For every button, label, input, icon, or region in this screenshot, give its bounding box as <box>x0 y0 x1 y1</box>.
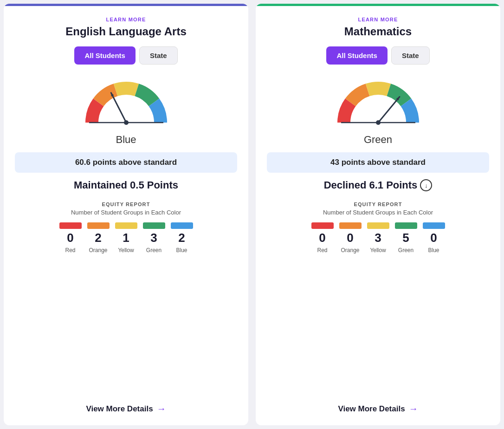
change-label: Declined 6.1 Points↓ <box>324 179 433 191</box>
equity-groups: 0Red0Orange3Yellow5Green0Blue <box>267 222 489 254</box>
gauge-label: Blue <box>116 134 136 146</box>
equity-item-green: 5Green <box>395 222 417 254</box>
equity-count-red: 0 <box>67 231 73 245</box>
equity-item-yellow: 1Yellow <box>115 222 137 254</box>
equity-count-yellow: 1 <box>123 231 129 245</box>
points-banner: 60.6 points above standard <box>15 152 237 173</box>
equity-item-red: 0Red <box>311 222 334 254</box>
svg-point-2 <box>124 120 129 125</box>
equity-item-green: 3Green <box>143 222 165 254</box>
svg-point-6 <box>376 120 381 125</box>
equity-color-name-green: Green <box>398 247 414 254</box>
color-bar-orange <box>87 222 110 229</box>
color-bar-green <box>143 222 165 229</box>
color-bar-yellow <box>367 222 389 229</box>
button-group: All StudentsState <box>326 46 429 65</box>
equity-title: EQUITY REPORT <box>267 202 489 207</box>
svg-line-5 <box>378 97 400 123</box>
equity-color-name-blue: Blue <box>176 247 187 254</box>
gauge <box>332 74 425 127</box>
svg-line-1 <box>111 93 126 123</box>
equity-item-blue: 2Blue <box>171 222 193 254</box>
card-math: LEARN MOREMathematicsAll StudentsState G… <box>256 4 500 425</box>
decline-icon: ↓ <box>420 179 432 191</box>
equity-color-name-orange: Orange <box>89 247 107 254</box>
cards-container: LEARN MOREEnglish Language ArtsAll Stude… <box>0 0 504 429</box>
btn-state[interactable]: State <box>391 46 430 65</box>
equity-section: EQUITY REPORTNumber of Student Groups in… <box>15 202 237 254</box>
points-banner: 43 points above standard <box>267 152 489 173</box>
equity-count-green: 3 <box>150 231 157 245</box>
view-more-link[interactable]: View More Details → <box>338 399 418 414</box>
learn-more-link[interactable]: LEARN MORE <box>106 17 146 22</box>
equity-count-green: 5 <box>402 231 409 245</box>
equity-section: EQUITY REPORTNumber of Student Groups in… <box>267 202 489 254</box>
equity-item-yellow: 3Yellow <box>367 222 389 254</box>
equity-item-blue: 0Blue <box>423 222 445 254</box>
equity-subtitle: Number of Student Groups in Each Color <box>267 209 489 216</box>
learn-more-link[interactable]: LEARN MORE <box>358 17 398 22</box>
card-top-bar <box>4 4 248 6</box>
color-bar-yellow <box>115 222 137 229</box>
card-title: English Language Arts <box>65 25 186 38</box>
card-title: Mathematics <box>344 25 412 38</box>
equity-color-name-red: Red <box>317 247 327 254</box>
change-label: Maintained 0.5 Points <box>74 179 178 191</box>
equity-count-orange: 0 <box>347 231 353 245</box>
equity-item-orange: 2Orange <box>87 222 110 254</box>
equity-color-name-yellow: Yellow <box>118 247 134 254</box>
arrow-icon: → <box>409 403 418 414</box>
color-bar-green <box>395 222 417 229</box>
gauge-label: Green <box>364 134 392 146</box>
equity-subtitle: Number of Student Groups in Each Color <box>15 209 237 216</box>
arrow-icon: → <box>157 403 166 414</box>
equity-color-name-orange: Orange <box>341 247 359 254</box>
card-ela: LEARN MOREEnglish Language ArtsAll Stude… <box>4 4 248 425</box>
equity-color-name-blue: Blue <box>428 247 439 254</box>
color-bar-blue <box>171 222 193 229</box>
color-bar-red <box>59 222 82 229</box>
equity-title: EQUITY REPORT <box>15 202 237 207</box>
equity-count-yellow: 3 <box>375 231 381 245</box>
equity-count-blue: 0 <box>430 231 437 245</box>
color-bar-red <box>311 222 334 229</box>
equity-count-red: 0 <box>319 231 325 245</box>
btn-all-students[interactable]: All Students <box>326 46 388 65</box>
color-bar-blue <box>423 222 445 229</box>
equity-color-name-yellow: Yellow <box>370 247 386 254</box>
button-group: All StudentsState <box>74 46 177 65</box>
equity-color-name-green: Green <box>146 247 162 254</box>
equity-groups: 0Red2Orange1Yellow3Green2Blue <box>15 222 237 254</box>
view-more-link[interactable]: View More Details → <box>86 399 166 414</box>
card-top-bar <box>256 4 500 6</box>
equity-item-orange: 0Orange <box>339 222 362 254</box>
equity-count-blue: 2 <box>178 231 185 245</box>
gauge <box>80 74 173 127</box>
equity-count-orange: 2 <box>95 231 101 245</box>
btn-all-students[interactable]: All Students <box>74 46 136 65</box>
btn-state[interactable]: State <box>139 46 178 65</box>
color-bar-orange <box>339 222 362 229</box>
equity-color-name-red: Red <box>65 247 75 254</box>
equity-item-red: 0Red <box>59 222 82 254</box>
